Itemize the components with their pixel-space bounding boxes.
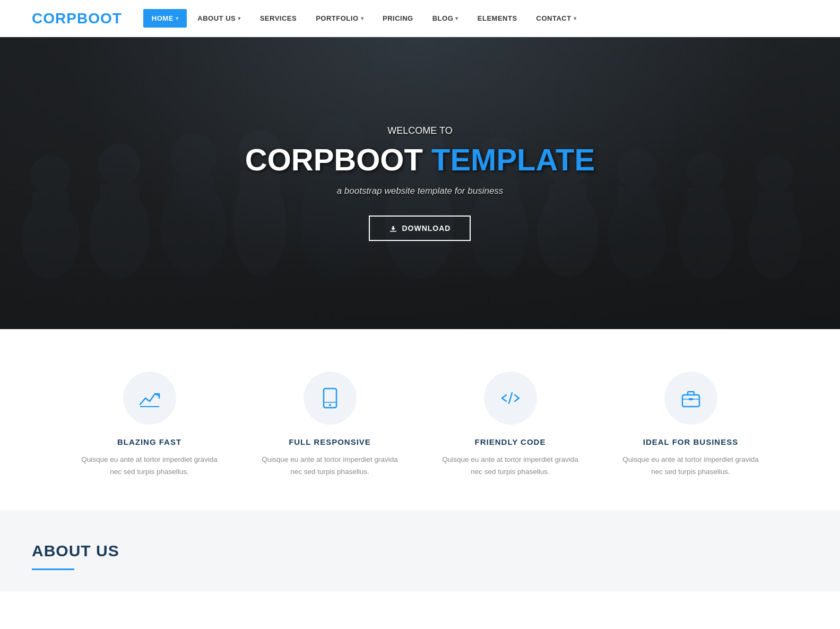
briefcase-icon [664, 372, 717, 425]
nav-label: PRICING [383, 14, 413, 22]
nav-label: PORTFOLIO [316, 14, 358, 22]
tablet-icon [304, 372, 357, 425]
download-button[interactable]: DOWNLOAD [369, 216, 471, 241]
nav-label: ABOUT US [197, 14, 236, 22]
feature-desc-blazing-fast: Quisque eu ante at tortor imperdiet grav… [75, 454, 224, 478]
svg-rect-39 [682, 395, 699, 407]
nav-item-services[interactable]: SERVICES [252, 9, 306, 28]
navbar: CORPBOOT HOME▾ABOUT US▾SERVICESPORTFOLIO… [0, 0, 840, 37]
feature-desc-full-responsive: Quisque eu ante at tortor imperdiet grav… [256, 454, 404, 478]
nav-label: HOME [152, 14, 174, 22]
feature-title-ideal-business: IDEAL FOR BUSINESS [617, 437, 765, 446]
svg-rect-41 [689, 398, 693, 400]
feature-friendly-code: FRIENDLY CODEQuisque eu ante at tortor i… [436, 372, 585, 478]
brand-logo[interactable]: CORPBOOT [32, 10, 122, 27]
nav-label: ELEMENTS [478, 14, 517, 22]
hero-title-part1: CORPBOOT [245, 142, 431, 177]
hero-subtitle: WELCOME TO [245, 125, 595, 136]
feature-desc-friendly-code: Quisque eu ante at tortor imperdiet grav… [436, 454, 585, 478]
nav-label: SERVICES [260, 14, 297, 22]
features-section: BLAZING FASTQuisque eu ante at tortor im… [0, 329, 840, 510]
chevron-down-icon: ▾ [176, 15, 179, 21]
chevron-down-icon: ▾ [455, 15, 458, 21]
feature-title-friendly-code: FRIENDLY CODE [436, 437, 585, 446]
nav-label: BLOG [432, 14, 454, 22]
hero-title: CORPBOOT TEMPLATE [245, 143, 595, 177]
brand-name-part2: BOOT [77, 10, 122, 27]
feature-desc-ideal-business: Quisque eu ante at tortor imperdiet grav… [617, 454, 765, 478]
hero-title-part2: TEMPLATE [431, 142, 595, 177]
nav-item-pricing[interactable]: PRICING [374, 9, 422, 28]
nav-item-about-us[interactable]: ABOUT US▾ [189, 9, 249, 28]
hero-description: a bootstrap website template for busines… [245, 186, 595, 196]
feature-title-full-responsive: FULL RESPONSIVE [256, 437, 404, 446]
nav-menu: HOME▾ABOUT US▾SERVICESPORTFOLIO▾PRICINGB… [143, 9, 585, 28]
nav-item-home[interactable]: HOME▾ [143, 9, 187, 28]
features-grid: BLAZING FASTQuisque eu ante at tortor im… [49, 372, 792, 478]
svg-rect-33 [390, 231, 396, 232]
feature-title-blazing-fast: BLAZING FAST [75, 437, 224, 446]
download-icon [389, 224, 397, 232]
nav-item-elements[interactable]: ELEMENTS [469, 9, 526, 28]
download-label: DOWNLOAD [402, 224, 451, 232]
feature-ideal-business: IDEAL FOR BUSINESSQuisque eu ante at tor… [617, 372, 765, 478]
about-section: ABOUT US [0, 510, 840, 591]
chevron-down-icon: ▾ [361, 15, 364, 21]
chart-icon [123, 372, 176, 425]
feature-blazing-fast: BLAZING FASTQuisque eu ante at tortor im… [75, 372, 224, 478]
brand-name-part1: CORP [32, 10, 77, 27]
nav-item-contact[interactable]: CONTACT▾ [528, 9, 585, 28]
code-icon [484, 372, 537, 425]
chevron-down-icon: ▾ [238, 15, 241, 21]
nav-label: CONTACT [536, 14, 571, 22]
nav-item-blog[interactable]: BLOG▾ [424, 9, 467, 28]
chevron-down-icon: ▾ [574, 15, 577, 21]
about-divider [32, 568, 74, 570]
hero-content: WELCOME TO CORPBOOT TEMPLATE a bootstrap… [245, 125, 595, 242]
about-heading: ABOUT US [32, 542, 808, 560]
nav-item-portfolio[interactable]: PORTFOLIO▾ [307, 9, 372, 28]
svg-line-38 [509, 393, 512, 403]
svg-point-36 [329, 404, 331, 406]
feature-full-responsive: FULL RESPONSIVEQuisque eu ante at tortor… [256, 372, 404, 478]
hero-section: WELCOME TO CORPBOOT TEMPLATE a bootstrap… [0, 37, 840, 329]
